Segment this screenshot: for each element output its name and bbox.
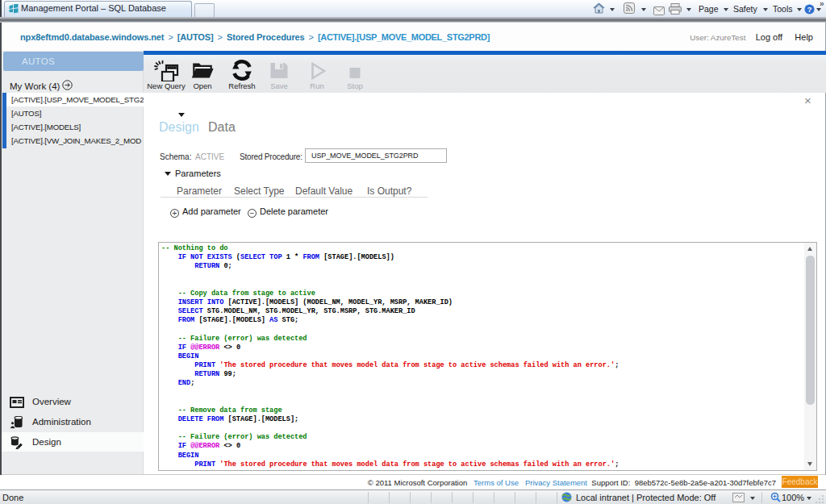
svg-text:?: ? — [807, 6, 812, 14]
